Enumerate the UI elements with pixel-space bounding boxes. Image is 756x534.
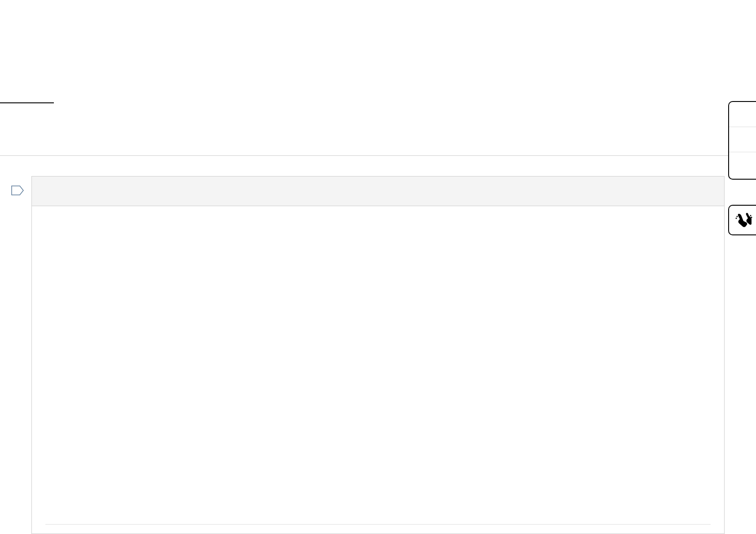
panel-header [32, 177, 724, 206]
svg-point-1 [735, 218, 737, 219]
content-panel [31, 176, 725, 534]
tag-icon [11, 185, 24, 196]
inner-divider [45, 524, 711, 525]
section-divider [0, 155, 756, 156]
svg-point-2 [750, 215, 751, 216]
accessibility-side-panel[interactable] [728, 101, 756, 180]
sign-language-button[interactable] [728, 205, 756, 235]
side-panel-row-1[interactable] [729, 102, 756, 127]
tab-underline-segment-1 [0, 102, 54, 103]
svg-point-3 [751, 217, 752, 218]
side-panel-row-2[interactable] [729, 127, 756, 152]
side-panel-row-3[interactable] [729, 152, 756, 177]
svg-point-0 [736, 216, 738, 217]
sign-language-icon [734, 210, 753, 230]
panel-body [32, 206, 724, 534]
